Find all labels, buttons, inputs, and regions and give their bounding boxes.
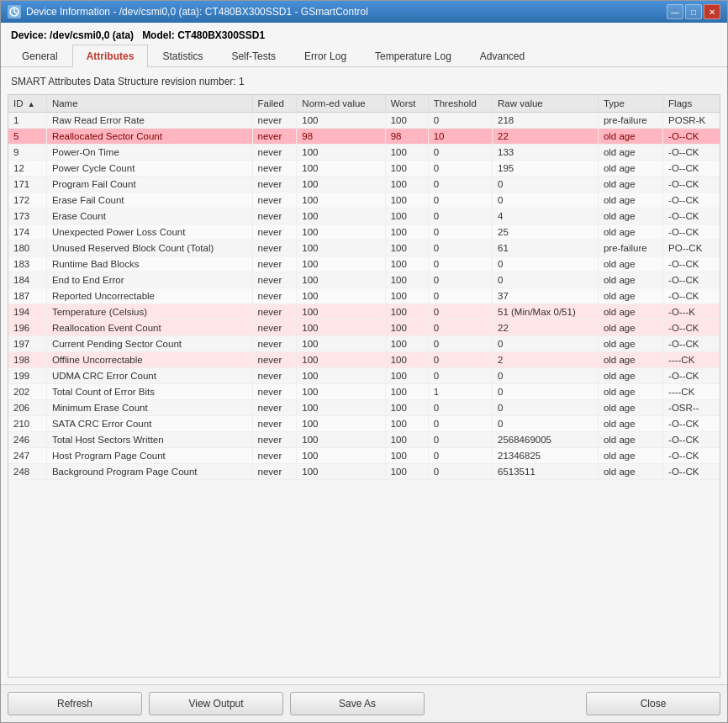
attributes-table: ID ▲ Name Failed Norm-ed value Worst Thr… (8, 95, 720, 480)
cell-threshold: 0 (428, 272, 492, 288)
col-header-threshold[interactable]: Threshold (428, 95, 492, 113)
cell-threshold: 1 (428, 384, 492, 400)
col-header-normed[interactable]: Norm-ed value (297, 95, 385, 113)
table-row[interactable]: 196Reallocation Event Countnever10010002… (8, 320, 720, 336)
table-row[interactable]: 171Program Fail Countnever10010000old ag… (8, 177, 720, 193)
cell-type: old age (598, 416, 662, 432)
table-row[interactable]: 172Erase Fail Countnever10010000old age-… (8, 193, 720, 208)
table-row[interactable]: 12Power Cycle Countnever1001000195old ag… (8, 161, 720, 177)
table-row[interactable]: 246Total Host Sectors Writtennever100100… (8, 432, 720, 448)
cell-worst: 100 (385, 208, 428, 224)
close-button[interactable]: Close (586, 692, 720, 715)
tab-statistics[interactable]: Statistics (148, 45, 217, 67)
cell-threshold: 0 (428, 304, 492, 320)
cell-normed: 100 (297, 368, 385, 384)
table-row[interactable]: 248Background Program Page Countnever100… (8, 464, 720, 480)
cell-normed: 100 (297, 320, 385, 336)
table-row[interactable]: 180Unused Reserved Block Count (Total)ne… (8, 240, 720, 256)
cell-name: UDMA CRC Error Count (46, 368, 252, 384)
cell-flags: -O--CK (663, 288, 720, 304)
table-row[interactable]: 197Current Pending Sector Countnever1001… (8, 336, 720, 352)
cell-type: old age (598, 320, 662, 336)
cell-threshold: 0 (428, 336, 492, 352)
cell-failed: never (252, 145, 297, 161)
table-row[interactable]: 184End to End Errornever10010000old age-… (8, 272, 720, 288)
attributes-table-container[interactable]: ID ▲ Name Failed Norm-ed value Worst Thr… (8, 94, 720, 678)
cell-worst: 100 (385, 145, 428, 161)
tab-temperature-log[interactable]: Temperature Log (361, 45, 466, 67)
cell-id: 248 (8, 464, 46, 480)
table-body: 1Raw Read Error Ratenever1001000218pre-f… (8, 113, 720, 480)
window-close-button[interactable]: ✕ (704, 4, 720, 19)
cell-normed: 98 (297, 129, 385, 145)
table-row[interactable]: 9Power-On Timenever1001000133old age-O--… (8, 145, 720, 161)
cell-raw: 195 (493, 161, 599, 177)
maximize-button[interactable]: □ (685, 4, 702, 19)
cell-threshold: 0 (428, 416, 492, 432)
view-output-button[interactable]: View Output (149, 692, 283, 715)
cell-threshold: 0 (428, 113, 492, 129)
tab-attributes[interactable]: Attributes (72, 45, 149, 67)
cell-failed: never (252, 304, 297, 320)
table-row[interactable]: 210SATA CRC Error Countnever10010000old … (8, 416, 720, 432)
cell-name: Offline Uncorrectable (46, 352, 252, 368)
cell-normed: 100 (297, 161, 385, 177)
table-row[interactable]: 198Offline Uncorrectablenever10010002old… (8, 352, 720, 368)
cell-threshold: 0 (428, 432, 492, 448)
cell-threshold: 0 (428, 400, 492, 416)
table-row[interactable]: 1Raw Read Error Ratenever1001000218pre-f… (8, 113, 720, 129)
table-row[interactable]: 174Unexpected Power Loss Countnever10010… (8, 224, 720, 240)
cell-flags: POSR-K (663, 113, 720, 129)
cell-worst: 98 (385, 129, 428, 145)
cell-normed: 100 (297, 384, 385, 400)
table-row[interactable]: 199UDMA CRC Error Countnever10010000old … (8, 368, 720, 384)
footer: Refresh View Output Save As Close (1, 684, 727, 722)
table-row[interactable]: 173Erase Countnever10010004old age-O--CK (8, 208, 720, 224)
cell-type: old age (598, 129, 662, 145)
cell-failed: never (252, 272, 297, 288)
model-label: Model: (142, 29, 175, 41)
footer-left-buttons: Refresh View Output Save As (8, 692, 425, 715)
cell-id: 197 (8, 336, 46, 352)
table-row[interactable]: 187Reported Uncorrectablenever100100037o… (8, 288, 720, 304)
cell-raw: 22 (493, 320, 599, 336)
cell-name: Power Cycle Count (46, 161, 252, 177)
table-row[interactable]: 206Minimum Erase Countnever10010000old a… (8, 400, 720, 416)
title-controls: — □ ✕ (667, 4, 720, 19)
svg-line-2 (14, 12, 17, 13)
cell-worst: 100 (385, 224, 428, 240)
table-row[interactable]: 247Host Program Page Countnever100100021… (8, 448, 720, 464)
cell-raw: 0 (493, 272, 599, 288)
cell-threshold: 0 (428, 288, 492, 304)
device-label: Device: (11, 29, 47, 41)
save-as-button[interactable]: Save As (290, 692, 425, 715)
col-header-worst[interactable]: Worst (385, 95, 428, 113)
cell-worst: 100 (385, 240, 428, 256)
table-row[interactable]: 183Runtime Bad Blocksnever10010000old ag… (8, 256, 720, 272)
cell-raw: 61 (493, 240, 599, 256)
tab-general[interactable]: General (8, 45, 72, 67)
tab-advanced[interactable]: Advanced (466, 45, 539, 67)
col-header-failed[interactable]: Failed (252, 95, 297, 113)
col-header-id[interactable]: ID ▲ (8, 95, 46, 113)
table-row[interactable]: 194Temperature (Celsius)never100100051 (… (8, 304, 720, 320)
minimize-button[interactable]: — (667, 4, 683, 19)
table-row[interactable]: 5Reallocated Sector Countnever98981022ol… (8, 129, 720, 145)
cell-flags: ----CK (663, 352, 720, 368)
tab-error-log[interactable]: Error Log (290, 45, 361, 67)
refresh-button[interactable]: Refresh (8, 692, 142, 715)
col-header-type[interactable]: Type (598, 95, 662, 113)
table-row[interactable]: 202Total Count of Error Bitsnever1001001… (8, 384, 720, 400)
col-header-name[interactable]: Name (46, 95, 252, 113)
cell-flags: -O--CK (663, 256, 720, 272)
window-title: Device Information - /dev/csmi0,0 (ata):… (26, 6, 368, 18)
cell-worst: 100 (385, 336, 428, 352)
col-header-flags[interactable]: Flags (663, 95, 720, 113)
tab-self-tests[interactable]: Self-Tests (217, 45, 290, 67)
cell-id: 9 (8, 145, 46, 161)
cell-raw: 2568469005 (493, 432, 599, 448)
cell-type: old age (598, 256, 662, 272)
col-header-raw[interactable]: Raw value (493, 95, 599, 113)
cell-worst: 100 (385, 193, 428, 208)
cell-raw: 0 (493, 416, 599, 432)
